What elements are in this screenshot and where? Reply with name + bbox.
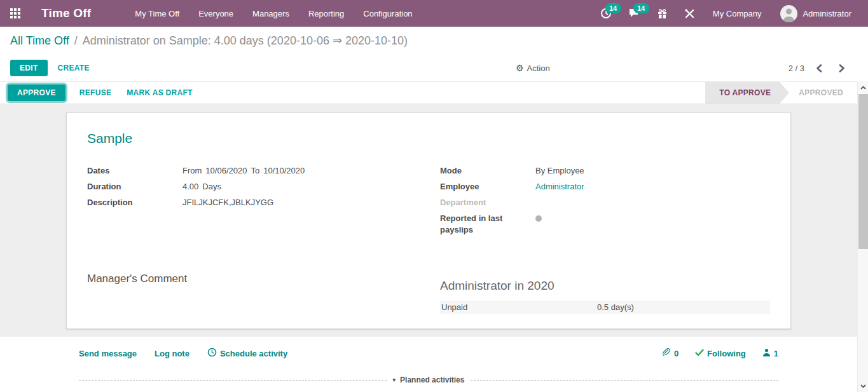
stage-to-approve: TO APPROVE xyxy=(705,82,780,104)
top-navbar: Time Off My Time Off Everyone Managers R… xyxy=(0,0,868,27)
pager-next-button[interactable] xyxy=(839,64,845,72)
activities-button[interactable]: 14 xyxy=(595,5,617,22)
clock-icon xyxy=(207,348,217,359)
action-menu-button[interactable]: ⚙ Action xyxy=(516,63,550,73)
form-view-background: Sample Dates From10/06/2020To10/10/2020 … xyxy=(0,104,857,337)
avatar xyxy=(780,5,797,22)
dates-from-value: 10/06/2020 xyxy=(205,166,247,175)
mode-label: Mode xyxy=(440,165,535,177)
gear-icon: ⚙ xyxy=(516,63,524,73)
menu-my-time-off[interactable]: My Time Off xyxy=(127,5,188,22)
caret-down-icon: ▾ xyxy=(393,377,396,383)
duration-label: Duration xyxy=(87,181,183,193)
dates-from-label: From xyxy=(183,166,202,175)
attachments-count: 0 xyxy=(674,349,679,358)
menu-managers[interactable]: Managers xyxy=(244,5,298,22)
table-row: Unpaid 0.5 day(s) xyxy=(440,301,770,314)
following-label: Following xyxy=(707,349,746,358)
breadcrumb-current-record: Administrator on Sample: 4.00 days (2020… xyxy=(83,34,408,48)
record-sheet: Sample Dates From10/06/2020To10/10/2020 … xyxy=(66,112,791,329)
leave-type-cell: Unpaid xyxy=(441,302,597,312)
description-value: JFILJKJCFK,JBLKJYGG xyxy=(183,197,417,208)
reported-in-last-payslips-label: Reported in last payslips xyxy=(440,213,535,236)
followers-count: 1 xyxy=(774,349,778,358)
reported-in-last-payslips-value xyxy=(535,213,770,236)
developer-tools-button[interactable] xyxy=(679,6,700,22)
divider-dashed-right xyxy=(471,380,778,381)
employee-value-link[interactable]: Administrator xyxy=(535,181,770,193)
schedule-activity-label: Schedule activity xyxy=(220,349,287,358)
dates-label: Dates xyxy=(87,165,183,177)
send-message-button[interactable]: Send message xyxy=(79,349,137,358)
fields-right-column: Mode By Employee Employee Administrator … xyxy=(440,165,770,236)
mark-as-draft-button[interactable]: MARK AS DRAFT xyxy=(119,84,200,101)
edit-button[interactable]: EDIT xyxy=(10,60,48,76)
stage-approved: APPROVED xyxy=(780,82,857,104)
user-name: Administrator xyxy=(803,9,851,18)
duration-value: 4.00Days xyxy=(183,181,417,193)
rewards-button[interactable] xyxy=(652,6,673,22)
gift-icon xyxy=(657,8,668,19)
company-name: My Company xyxy=(713,9,762,18)
planned-activities-toggle[interactable]: ▾ Planned activities xyxy=(387,375,471,384)
employee-label: Employee xyxy=(440,181,535,193)
caret-down-icon xyxy=(860,384,866,388)
breadcrumb-all-time-off[interactable]: All Time Off xyxy=(10,34,69,48)
scrollbar-thumb[interactable] xyxy=(858,94,868,249)
activities-badge: 14 xyxy=(605,3,621,13)
planned-activities-label: Planned activities xyxy=(400,375,464,384)
divider-dashed-left xyxy=(79,380,387,381)
menu-configuration[interactable]: Configuration xyxy=(355,5,420,22)
time-off-type-title: Sample xyxy=(87,131,770,146)
chatter: Send message Log note Schedule activity … xyxy=(0,337,857,392)
control-panel: EDIT CREATE ⚙ Action 2 / 3 xyxy=(0,55,868,81)
dates-value: From10/06/2020To10/10/2020 xyxy=(183,165,417,177)
status-stages: TO APPROVE APPROVED xyxy=(705,82,857,104)
department-value xyxy=(535,197,770,208)
dates-to-value: 10/10/2020 xyxy=(263,166,305,175)
followers-button[interactable]: 1 xyxy=(762,348,778,358)
description-label: Description xyxy=(87,197,183,208)
user-menu[interactable]: Administrator xyxy=(774,3,858,25)
pager-value[interactable]: 2 / 3 xyxy=(789,64,804,73)
record-statusbar: APPROVE REFUSE MARK AS DRAFT TO APPROVE … xyxy=(0,81,857,104)
caret-up-icon xyxy=(860,86,866,90)
chevron-left-icon xyxy=(816,64,822,72)
department-label: Department xyxy=(440,197,535,208)
main-menu: My Time Off Everyone Managers Reporting … xyxy=(127,5,420,22)
action-label: Action xyxy=(527,64,550,73)
menu-reporting[interactable]: Reporting xyxy=(300,5,352,22)
fields-left-column: Dates From10/06/2020To10/10/2020 Duratio… xyxy=(87,165,417,236)
company-menu[interactable]: My Company xyxy=(706,6,768,21)
refuse-button[interactable]: REFUSE xyxy=(72,84,119,101)
managers-comment-title: Manager's Comment xyxy=(87,273,417,285)
following-button[interactable]: Following xyxy=(695,349,746,358)
messages-badge: 14 xyxy=(633,3,649,13)
check-icon xyxy=(695,349,704,358)
breadcrumb: All Time Off / Administrator on Sample: … xyxy=(0,27,868,55)
scroll-up-button[interactable] xyxy=(858,82,868,93)
mode-value: By Employee xyxy=(535,165,770,177)
pager-previous-button[interactable] xyxy=(816,64,822,72)
schedule-activity-button[interactable]: Schedule activity xyxy=(207,348,287,359)
log-note-button[interactable]: Log note xyxy=(155,349,189,358)
vertical-scrollbar[interactable] xyxy=(857,81,868,392)
person-icon xyxy=(762,348,771,358)
tools-icon xyxy=(684,8,695,19)
messages-button[interactable]: 14 xyxy=(623,5,645,22)
approve-button[interactable]: APPROVE xyxy=(8,84,65,101)
paperclip-icon xyxy=(662,348,671,359)
scroll-down-button[interactable] xyxy=(858,381,868,391)
disabled-checkbox xyxy=(535,215,542,222)
dates-to-label: To xyxy=(251,166,259,175)
app-title[interactable]: Time Off xyxy=(41,6,91,20)
attachments-button[interactable]: 0 xyxy=(662,348,679,359)
create-button[interactable]: CREATE xyxy=(50,60,97,76)
chevron-right-icon xyxy=(839,64,845,72)
allocation-summary-title: Administrator in 2020 xyxy=(440,279,770,293)
apps-menu-icon[interactable] xyxy=(10,8,21,19)
breadcrumb-separator: / xyxy=(74,34,78,48)
leave-amount-cell: 0.5 day(s) xyxy=(597,302,769,312)
menu-everyone[interactable]: Everyone xyxy=(190,5,242,22)
duration-unit: Days xyxy=(202,182,221,191)
